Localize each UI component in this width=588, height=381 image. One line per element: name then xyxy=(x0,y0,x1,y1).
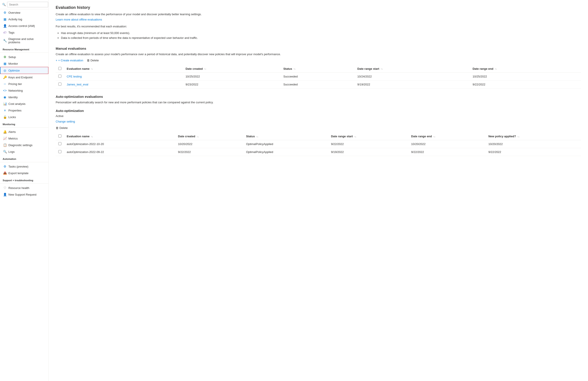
auto-optimization-section: Auto-optimization evaluations Personaliz… xyxy=(56,95,581,156)
eval-name-link[interactable]: CFE testing xyxy=(67,75,82,78)
auto-sort-icon-range-start[interactable]: ↑↓ xyxy=(354,136,356,138)
auto-row-checkbox[interactable] xyxy=(58,142,62,145)
sidebar-item-label: Metrics xyxy=(8,137,18,140)
locks-icon: 🔒 xyxy=(3,115,7,119)
auto-date-range-end-cell: 9/22/2022 xyxy=(408,148,486,156)
optimize-icon: ◎ xyxy=(3,69,7,72)
sidebar-item-label: Optimize xyxy=(8,69,20,72)
sort-icon-date-created[interactable]: ↑↓ xyxy=(204,68,206,70)
auto-sort-icon-date[interactable]: ↑↓ xyxy=(197,136,199,138)
sidebar-top-items: ⚙ Overview ▦ Activity log 👤 Access contr… xyxy=(0,9,48,45)
auto-header-new-policy: New policy applied? ↑↓ xyxy=(486,133,581,140)
sidebar-item-export-template[interactable]: 📥 Export template xyxy=(0,170,48,176)
table-row: CFE testing 10/25/2022 Succeeded 10/24/2… xyxy=(56,72,581,80)
auto-select-all-checkbox[interactable] xyxy=(58,134,62,138)
sidebar-item-label: Diagnose and solve problems xyxy=(8,37,46,44)
sidebar-item-pricing-tier[interactable]: ↔ Pricing tier xyxy=(0,80,48,87)
sidebar-item-tags[interactable]: 🏷 Tags xyxy=(0,29,48,36)
sort-icon-name[interactable]: ↑↓ xyxy=(91,68,93,70)
divider xyxy=(0,183,48,184)
section-header-automation: Automation xyxy=(0,155,48,161)
sidebar-item-activity-log[interactable]: ▦ Activity log xyxy=(0,16,48,22)
auto-header-date-range-start: Date range start ↑↓ xyxy=(328,133,408,140)
sidebar-item-label: Setup xyxy=(8,55,16,59)
manual-evaluations-section: Manual evaluations Create an offline eva… xyxy=(56,47,581,88)
auto-sort-icon-range-end[interactable]: ↑↓ xyxy=(433,136,435,138)
sidebar-item-new-support-request[interactable]: 👤 New Support Request xyxy=(0,191,48,198)
sidebar-item-metrics[interactable]: 📈 Metrics xyxy=(0,135,48,142)
sidebar: 🔍 « ⚙ Overview ▦ Activity log 👤 Access c… xyxy=(0,0,49,381)
eval-name-cell: James_test_eval xyxy=(64,80,183,88)
sidebar-search-container: 🔍 « xyxy=(0,0,48,9)
auto-date-range-start-cell: 9/22/2022 xyxy=(328,140,408,148)
auto-row-checkbox-cell xyxy=(56,148,64,156)
auto-status-cell: OptimalPolicyApplied xyxy=(243,148,328,156)
auto-new-policy-cell: 10/20/2022 xyxy=(486,140,581,148)
sidebar-item-overview[interactable]: ⚙ Overview xyxy=(0,9,48,16)
sort-icon-range-end[interactable]: ↑↓ xyxy=(495,68,497,70)
auto-sort-icon-name[interactable]: ↑↓ xyxy=(91,136,93,138)
sidebar-item-access-control[interactable]: 👤 Access control (IAM) xyxy=(0,22,48,29)
sidebar-item-label: Cost analysis xyxy=(8,102,25,105)
auto-row-checkbox[interactable] xyxy=(58,150,62,153)
auto-header-eval-name: Evaluation name ↑↓ xyxy=(64,133,175,140)
delete-button[interactable]: 🗑 Delete xyxy=(87,58,99,63)
auto-table-header-row: Evaluation name ↑↓ Date created ↑↓ Statu… xyxy=(56,133,581,140)
auto-delete-button[interactable]: 🗑 Delete xyxy=(56,125,68,130)
sidebar-item-label: Properties xyxy=(8,109,21,112)
sidebar-item-optimize[interactable]: ◎ Optimize xyxy=(0,67,48,74)
auto-sort-icon-status[interactable]: ↑↓ xyxy=(256,136,258,138)
sidebar-item-monitor[interactable]: ▦ Monitor xyxy=(0,60,48,67)
header-checkbox-col xyxy=(56,65,64,73)
header-date-created: Date created ↑↓ xyxy=(183,65,281,73)
select-all-checkbox[interactable] xyxy=(58,67,62,70)
auto-opt-status: Active xyxy=(56,114,581,118)
cost-analysis-icon: 📊 xyxy=(3,102,7,105)
networking-icon: <> xyxy=(3,89,7,92)
auto-sort-icon-new-policy[interactable]: ↑↓ xyxy=(518,136,520,138)
diagnostic-icon: 📋 xyxy=(3,143,7,147)
date-range-start-cell: 10/24/2022 xyxy=(355,72,470,80)
sort-icon-status[interactable]: ↑↓ xyxy=(294,68,295,70)
plus-icon: + xyxy=(56,59,57,62)
row-checkbox[interactable] xyxy=(58,82,62,86)
sidebar-item-networking[interactable]: <> Networking xyxy=(0,87,48,94)
sidebar-item-diagnostic-settings[interactable]: 📋 Diagnostic settings xyxy=(0,142,48,148)
divider xyxy=(0,127,48,128)
sidebar-item-cost-analysis[interactable]: 📊 Cost analysis xyxy=(0,100,48,107)
auto-opt-title: Auto-optimization evaluations xyxy=(56,95,581,99)
sort-icon-range-start[interactable]: ↑↓ xyxy=(380,68,383,70)
create-evaluation-label: + Create evaluation xyxy=(58,59,83,62)
delete-label: Delete xyxy=(91,59,99,62)
sidebar-item-alerts[interactable]: 🔔 Alerts xyxy=(0,128,48,135)
learn-more-link[interactable]: Learn more about offline evaluations xyxy=(56,18,102,21)
sidebar-item-locks[interactable]: 🔒 Locks xyxy=(0,114,48,120)
sidebar-item-resource-health[interactable]: ♡ Resource health xyxy=(0,184,48,191)
identity-icon: ◉ xyxy=(3,95,7,99)
auto-date-range-start-cell: 9/19/2022 xyxy=(328,148,408,156)
sidebar-item-label: Alerts xyxy=(8,130,16,134)
sidebar-item-keys-endpoint[interactable]: 🔑 Keys and Endpoint xyxy=(0,74,48,80)
tasks-icon: ⚙ xyxy=(3,165,7,168)
search-input[interactable] xyxy=(7,2,48,7)
sidebar-item-logs[interactable]: 🔍 Logs xyxy=(0,148,48,155)
change-setting-link[interactable]: Change setting xyxy=(56,120,75,123)
table-row: James_test_eval 9/23/2022 Succeeded 9/19… xyxy=(56,80,581,88)
table-header-row: Evaluation name ↑↓ Date created ↑↓ Statu… xyxy=(56,65,581,73)
eval-name-link[interactable]: James_test_eval xyxy=(67,83,88,86)
sidebar-item-diagnose[interactable]: 🔧 Diagnose and solve problems xyxy=(0,36,48,45)
row-checkbox[interactable] xyxy=(58,75,62,78)
status-cell: Succeeded xyxy=(281,72,355,80)
metrics-icon: 📈 xyxy=(3,137,7,140)
sidebar-item-setup[interactable]: ⚙ Setup xyxy=(0,54,48,60)
divider xyxy=(0,162,48,162)
create-evaluation-button[interactable]: + + Create evaluation xyxy=(56,58,83,63)
sidebar-item-tasks-preview[interactable]: ⚙ Tasks (preview) xyxy=(0,163,48,170)
sidebar-item-label: Activity log xyxy=(8,18,22,21)
properties-icon: ≡ xyxy=(3,109,7,112)
sidebar-item-identity[interactable]: ◉ Identity xyxy=(0,94,48,100)
sidebar-item-properties[interactable]: ≡ Properties xyxy=(0,107,48,114)
auto-row-checkbox-cell xyxy=(56,140,64,148)
auto-delete-icon: 🗑 xyxy=(56,126,59,130)
header-status: Status ↑↓ xyxy=(281,65,355,73)
